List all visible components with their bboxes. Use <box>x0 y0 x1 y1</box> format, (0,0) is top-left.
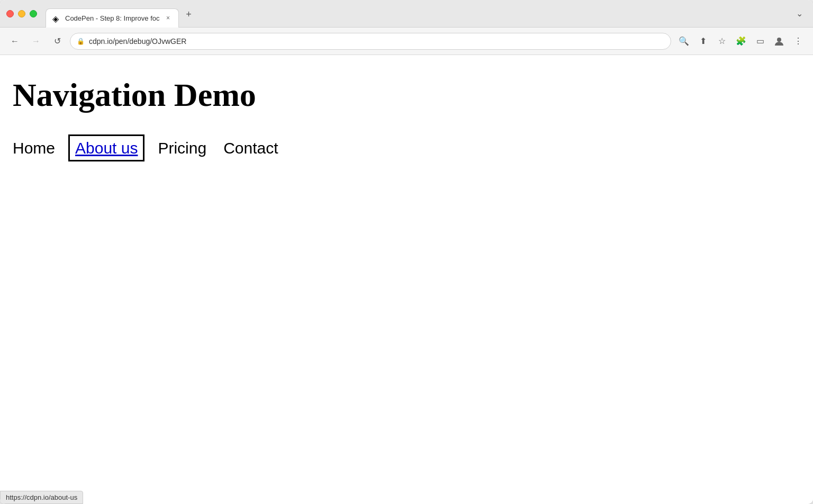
nav-link-home[interactable]: Home <box>13 139 55 157</box>
nav-link-contact[interactable]: Contact <box>223 139 278 157</box>
maximize-button[interactable] <box>30 10 37 17</box>
bookmark-icon[interactable]: ☆ <box>713 33 730 50</box>
new-tab-button[interactable]: + <box>181 7 196 22</box>
extensions-icon[interactable]: 🧩 <box>733 33 749 50</box>
profile-icon[interactable] <box>771 33 788 50</box>
close-button[interactable] <box>6 10 14 17</box>
search-icon[interactable]: 🔍 <box>675 33 692 50</box>
codepen-icon: ◈ <box>52 14 61 22</box>
nav-item-contact: Contact <box>223 139 278 157</box>
browser-window: ◈ CodePen - Step 8: Improve foc × + ⌄ ← … <box>0 0 813 504</box>
tab-title: CodePen - Step 8: Improve foc <box>65 14 159 22</box>
back-button[interactable]: ← <box>6 33 23 50</box>
tab-overflow-button[interactable]: ⌄ <box>792 6 807 21</box>
status-url: https://cdpn.io/about-us <box>6 493 77 501</box>
nav-item-home: Home <box>13 139 55 157</box>
lock-icon: 🔒 <box>77 38 85 45</box>
page-title: Navigation Demo <box>13 76 800 114</box>
menu-icon[interactable]: ⋮ <box>790 33 807 50</box>
tab-bar: ◈ CodePen - Step 8: Improve foc × + ⌄ <box>46 4 807 23</box>
title-bar: ◈ CodePen - Step 8: Improve foc × + ⌄ <box>0 0 813 28</box>
share-icon[interactable]: ⬆ <box>694 33 711 50</box>
nav-link-about[interactable]: About us <box>72 138 141 158</box>
nav-links-list: Home About us Pricing Contact <box>13 139 800 157</box>
nav-item-about: About us <box>72 139 141 157</box>
forward-button[interactable]: → <box>28 33 44 50</box>
traffic-lights <box>6 10 37 17</box>
refresh-button[interactable]: ↺ <box>49 33 66 50</box>
status-bar: https://cdpn.io/about-us <box>0 491 83 504</box>
navigation-bar: ← → ↺ 🔒 cdpn.io/pen/debug/OJvwGER 🔍 ⬆ ☆ … <box>0 28 813 55</box>
page-content: Navigation Demo Home About us Pricing Co… <box>0 55 813 504</box>
nav-link-pricing[interactable]: Pricing <box>158 139 206 157</box>
address-bar[interactable]: 🔒 cdpn.io/pen/debug/OJvwGER <box>70 33 671 50</box>
svg-point-0 <box>777 38 781 42</box>
main-navigation: Home About us Pricing Contact <box>13 139 800 157</box>
active-tab[interactable]: ◈ CodePen - Step 8: Improve foc × <box>46 8 179 28</box>
minimize-button[interactable] <box>18 10 25 17</box>
nav-actions: 🔍 ⬆ ☆ 🧩 ▭ ⋮ <box>675 33 807 50</box>
sidebar-icon[interactable]: ▭ <box>752 33 769 50</box>
nav-item-pricing: Pricing <box>158 139 206 157</box>
tab-close-button[interactable]: × <box>164 14 172 22</box>
address-text: cdpn.io/pen/debug/OJvwGER <box>89 37 664 46</box>
